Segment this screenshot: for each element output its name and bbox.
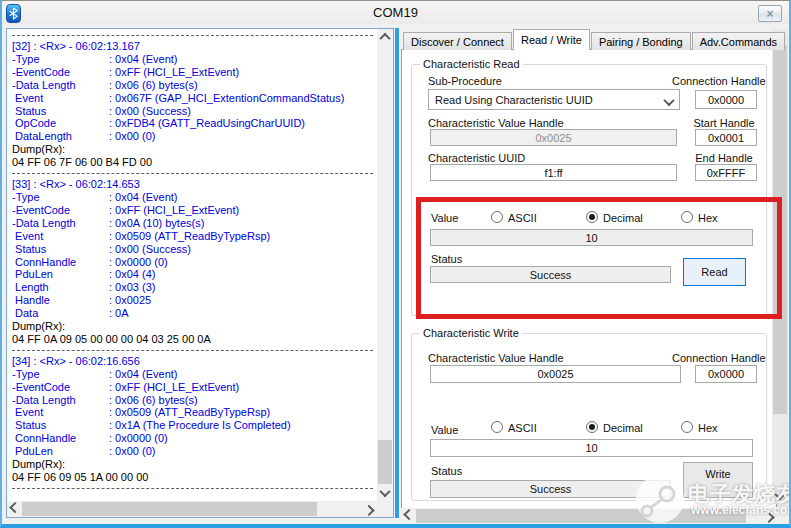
read-connection-handle-field[interactable]: 0x0000 (695, 90, 757, 109)
log-field-row: Event: 0x0509 (ATT_ReadByTypeRsp) (12, 406, 375, 419)
log-field-value: : 0xFF (HCI_LE_ExtEvent) (109, 381, 239, 394)
tab-discover-connect[interactable]: Discover / Connect (403, 32, 512, 50)
log-field-row: -Type: 0x04 (Event) (12, 191, 375, 204)
log-field-row: ConnHandle: 0x0000 (0) (12, 256, 375, 269)
panel-splitter[interactable] (395, 28, 399, 518)
right-hscroll-thumb[interactable] (416, 509, 746, 523)
write-decimal-radio-label: Decimal (603, 422, 643, 434)
log-field-value: : 0x00 (0) (109, 130, 155, 143)
right-horizontal-scrollbar[interactable] (401, 508, 777, 524)
write-decimal-radio[interactable] (586, 421, 598, 433)
log-field-value: : 0xFDB4 (GATT_ReadUsingCharUUID) (109, 117, 305, 130)
log-field-label: Event (12, 230, 109, 243)
log-field-value: : 0xFF (HCI_LE_ExtEvent) (109, 204, 239, 217)
log-vertical-scrollbar[interactable] (377, 29, 393, 501)
log-field-row: -Type: 0x04 (Event) (12, 53, 375, 66)
write-connection-handle-field[interactable]: 0x0000 (695, 365, 757, 383)
log-field-row: PduLen: 0x00 (0) (12, 445, 375, 458)
log-vscroll-thumb[interactable] (378, 440, 392, 484)
log-field-label: -Type (12, 191, 109, 204)
log-field-label: Data (12, 307, 109, 320)
log-field-row: Handle: 0x0025 (12, 294, 375, 307)
log-field-row: -EventCode: 0xFF (HCI_LE_ExtEvent) (12, 381, 375, 394)
scroll-up-arrow-icon[interactable] (377, 29, 393, 45)
log-field-label: -Type (12, 368, 109, 381)
read-hex-radio-label: Hex (698, 212, 718, 224)
write-status-label: Status (431, 465, 462, 477)
write-char-value-handle-field[interactable]: 0x0025 (430, 365, 681, 383)
log-separator (12, 350, 373, 351)
read-decimal-radio-label: Decimal (603, 212, 643, 224)
write-ascii-radio[interactable] (491, 421, 503, 433)
log-field-row: -EventCode: 0xFF (HCI_LE_ExtEvent) (12, 66, 375, 79)
log-field-label: -Data Length (12, 394, 109, 407)
read-hex-radio[interactable] (681, 211, 693, 223)
log-field-label: Status (12, 419, 109, 432)
close-button[interactable]: × (758, 5, 782, 22)
log-field-label: -EventCode (12, 66, 109, 79)
char-uuid-label: Characteristic UUID (428, 152, 525, 164)
log-hscroll-thumb[interactable] (22, 502, 317, 516)
read-decimal-radio[interactable] (586, 211, 598, 223)
log-field-row: -Data Length: 0x06 (6) bytes(s) (12, 79, 375, 92)
write-button[interactable]: Write (683, 462, 753, 498)
log-field-row: Status: 0x1A (The Procedure Is Completed… (12, 419, 375, 432)
log-field-value: : 0x00 (Success) (109, 105, 191, 118)
char-uuid-field[interactable]: f1:ff (430, 164, 677, 181)
tab-pairing-bonding[interactable]: Pairing / Bonding (591, 32, 691, 50)
read-ascii-radio[interactable] (491, 211, 503, 223)
sub-procedure-dropdown[interactable]: Read Using Characteristic UUID (428, 89, 680, 110)
write-hex-radio[interactable] (681, 421, 693, 433)
log-field-row: Event: 0x0509 (ATT_ReadByTypeRsp) (12, 230, 375, 243)
log-field-row: Data: 0A (12, 307, 375, 320)
scroll-right-arrow-icon[interactable] (761, 508, 777, 524)
log-field-value: : 0x04 (Event) (109, 191, 177, 204)
tab-read-write[interactable]: Read / Write (513, 29, 590, 50)
write-value-field[interactable]: 10 (430, 439, 753, 457)
read-value-field: 10 (430, 229, 753, 246)
log-field-row: ConnHandle: 0x0000 (0) (12, 432, 375, 445)
write-char-value-handle-label: Characteristic Value Handle (428, 352, 564, 364)
read-status-field: Success (430, 266, 671, 283)
log-field-value: : 0x04 (Event) (109, 53, 177, 66)
scroll-right-arrow-icon[interactable] (361, 501, 377, 517)
scroll-left-arrow-icon[interactable] (401, 508, 417, 524)
scroll-down-arrow-icon[interactable] (772, 488, 788, 504)
sub-procedure-label: Sub-Procedure (428, 75, 502, 87)
log-field-row: Status: 0x00 (Success) (12, 243, 375, 256)
log-separator (12, 488, 373, 489)
log-field-value: : 0x04 (Event) (109, 368, 177, 381)
write-status-field: Success (430, 480, 671, 498)
log-entry-header: [32] : <Rx> - 06:02:13.167 (12, 40, 375, 53)
log-field-label: -EventCode (12, 381, 109, 394)
log-dump-bytes: 04 FF 06 7F 06 00 B4 FD 00 (12, 156, 375, 169)
write-ascii-radio-label: ASCII (508, 422, 537, 434)
start-handle-field[interactable]: 0x0001 (695, 129, 757, 146)
log-field-value: : 0x04 (4) (109, 268, 155, 281)
log-field-label: Event (12, 92, 109, 105)
right-vertical-scrollbar[interactable] (772, 29, 788, 504)
log-field-value: : 0xFF (HCI_LE_ExtEvent) (109, 66, 239, 79)
log-field-value: : 0A (109, 307, 129, 320)
end-handle-field[interactable]: 0xFFFF (695, 164, 757, 181)
write-value-label: Value (431, 424, 458, 436)
write-connection-handle-label: Connection Handle (672, 352, 765, 364)
log-panel: [32] : <Rx> - 06:02:13.167-Type: 0x04 (E… (6, 28, 394, 518)
log-entry-header: [34] : <Rx> - 06:02:16.656 (12, 355, 375, 368)
log-field-value: : 0x06 (6) bytes(s) (109, 79, 198, 92)
log-field-value: : 0x0025 (109, 294, 151, 307)
right-vscroll-thumb[interactable] (773, 46, 787, 414)
characteristic-read-group-title: Characteristic Read (420, 58, 523, 70)
log-field-value: : 0x0A (10) bytes(s) (109, 217, 204, 230)
read-connection-handle-label: Connection Handle (672, 75, 765, 87)
log-dump-label: Dump(Rx): (12, 458, 375, 471)
log-horizontal-scrollbar[interactable] (7, 501, 377, 517)
log-field-row: -Type: 0x04 (Event) (12, 368, 375, 381)
read-button[interactable]: Read (683, 258, 746, 286)
scroll-left-arrow-icon[interactable] (7, 501, 23, 517)
read-write-tabpage: Characteristic Read Sub-Procedure Read U… (401, 49, 777, 524)
scroll-down-arrow-icon[interactable] (377, 485, 393, 501)
log-field-label: -Type (12, 53, 109, 66)
window-title: COM19 (2, 5, 789, 20)
tab-adv-commands[interactable]: Adv.Commands (692, 32, 785, 50)
